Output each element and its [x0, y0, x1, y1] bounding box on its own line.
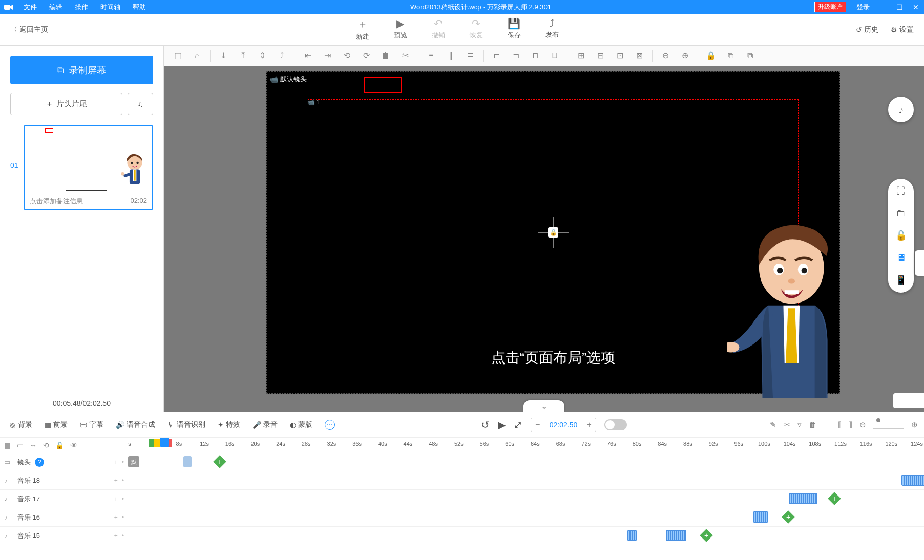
canvas-tool-10[interactable]: ⟲ — [338, 47, 355, 64]
tl-ctrl-4[interactable]: 🔒 — [55, 441, 64, 449]
canvas-tool-24[interactable]: ⊞ — [572, 47, 590, 64]
canvas-tool-8[interactable]: ⇤ — [299, 47, 317, 64]
track-head[interactable]: ▭镜头?+• — [0, 453, 128, 471]
canvas-tool-16[interactable]: ‖ — [442, 47, 459, 64]
track-lane[interactable]: 默 — [128, 453, 924, 471]
track-head[interactable]: ♪音乐 15+• — [0, 527, 128, 545]
canvas-tool-27[interactable]: ⊠ — [631, 47, 648, 64]
add-keyframe-marker[interactable] — [782, 510, 794, 523]
new-button[interactable]: ＋新建 — [356, 17, 369, 41]
menu-操作[interactable]: 操作 — [69, 3, 94, 12]
canvas-tool-4[interactable]: ⤒ — [234, 47, 251, 64]
canvas-tool-30[interactable]: ⊕ — [676, 47, 694, 64]
presenter-character[interactable] — [727, 224, 845, 398]
toggle-switch[interactable] — [604, 419, 627, 430]
clip[interactable] — [183, 456, 192, 467]
aspect-ratio-button[interactable]: 🖥 — [893, 393, 924, 408]
track-dot[interactable]: • — [122, 477, 124, 484]
play-button[interactable]: ▶ — [498, 419, 506, 431]
add-keyframe-marker[interactable] — [700, 529, 712, 542]
scene-note[interactable]: 点击添加备注信息 — [30, 197, 83, 206]
bracket-right-icon[interactable]: ⟧ — [849, 420, 852, 429]
tl-ctrl-5[interactable]: 👁 — [70, 441, 77, 449]
clip[interactable] — [666, 530, 686, 541]
tl-ctrl-3[interactable]: ⟲ — [43, 441, 49, 449]
minus-button[interactable]: − — [531, 420, 544, 429]
clip[interactable] — [901, 475, 924, 486]
canvas-tool-17[interactable]: ≣ — [461, 47, 479, 64]
selection-box[interactable] — [364, 77, 402, 93]
track-dot[interactable]: • — [122, 459, 124, 466]
track-head[interactable]: ♪音乐 18+• — [0, 471, 128, 489]
add-keyframe-marker[interactable] — [213, 455, 226, 468]
canvas-tool-21[interactable]: ⊓ — [527, 47, 544, 64]
track-dot[interactable]: • — [122, 514, 124, 521]
canvas-tool-22[interactable]: ⊔ — [546, 47, 563, 64]
canvas-tool-33[interactable]: ⧉ — [722, 47, 739, 64]
track-head[interactable]: ♪音乐 17+• — [0, 490, 128, 508]
clip[interactable] — [753, 511, 768, 523]
canvas-tool-0[interactable]: ◫ — [169, 47, 186, 64]
canvas-stage[interactable]: 📹默认镜头 📹1 🔒 点击“页面布局”选项 — [266, 71, 840, 394]
track-lane[interactable] — [128, 471, 924, 489]
panel-tab-特效[interactable]: ✦特效 — [215, 418, 243, 432]
clip[interactable]: 默 — [128, 456, 139, 467]
record-screen-button[interactable]: ⧉ 录制屏幕 — [10, 56, 153, 84]
canvas-tool-20[interactable]: ⊐ — [507, 47, 524, 64]
zoom-slider[interactable] — [873, 420, 904, 429]
back-home-button[interactable]: 〈 返回主页 — [0, 25, 58, 34]
canvas-tool-9[interactable]: ⇥ — [319, 47, 336, 64]
menu-帮助[interactable]: 帮助 — [127, 3, 152, 12]
track-plus[interactable]: + — [114, 532, 118, 540]
upgrade-button[interactable]: 升级账户 — [809, 0, 851, 14]
playhead[interactable] — [160, 438, 169, 453]
filter-icon[interactable]: ▿ — [797, 420, 802, 429]
canvas-tool-6[interactable]: ⤴ — [273, 47, 290, 64]
rewind-button[interactable]: ↺ — [481, 419, 490, 431]
publish-button[interactable]: ⤴发布 — [545, 17, 559, 41]
track-lane[interactable] — [128, 508, 924, 526]
redo-button[interactable]: ↷恢复 — [470, 17, 483, 41]
delete-icon[interactable]: 🗑 — [809, 420, 816, 429]
mobile-view-icon[interactable]: 📱 — [895, 274, 907, 286]
login-button[interactable]: 登录 — [851, 0, 875, 14]
add-keyframe-marker[interactable] — [828, 492, 841, 505]
canvas-tool-1[interactable]: ⌂ — [188, 47, 206, 64]
music-lib-button[interactable]: ♫ — [128, 93, 153, 115]
fullscreen-icon[interactable]: ⛶ — [896, 186, 906, 197]
panel-tab-前景[interactable]: ▦前景 — [41, 418, 71, 432]
clip[interactable] — [789, 493, 817, 504]
history-button[interactable]: ↺历史 — [856, 25, 878, 34]
track-plus[interactable]: + — [114, 514, 118, 521]
panel-tab-more[interactable]: ⋯ — [322, 418, 338, 432]
canvas-tool-11[interactable]: ⟳ — [358, 47, 375, 64]
zoom-out-icon[interactable]: ⊖ — [859, 420, 866, 429]
panel-tab-录音[interactable]: 🎤录音 — [249, 418, 281, 432]
track-plus[interactable]: + — [114, 459, 118, 466]
menu-编辑[interactable]: 编辑 — [43, 3, 69, 12]
layers-icon[interactable]: 🗀 — [896, 208, 906, 219]
canvas-tool-29[interactable]: ⊖ — [657, 47, 674, 64]
panel-tab-字幕[interactable]: ㈠字幕 — [77, 418, 107, 432]
tl-ctrl-0[interactable]: ▦ — [4, 441, 11, 449]
canvas-tool-12[interactable]: 🗑 — [377, 47, 394, 64]
menu-文件[interactable]: 文件 — [17, 3, 43, 12]
canvas-tool-19[interactable]: ⊏ — [488, 47, 505, 64]
collapse-panel-button[interactable]: ⌄ — [523, 400, 564, 412]
canvas-tool-13[interactable]: ✂ — [396, 47, 414, 64]
save-button[interactable]: 💾保存 — [508, 17, 521, 41]
canvas-tool-15[interactable]: ≡ — [423, 47, 440, 64]
track-dot[interactable]: • — [122, 496, 124, 503]
canvas-tool-5[interactable]: ⇕ — [254, 47, 271, 64]
clip[interactable] — [627, 530, 637, 541]
track-plus[interactable]: + — [114, 477, 118, 484]
canvas-tool-25[interactable]: ⊟ — [592, 47, 609, 64]
cut-icon[interactable]: ✂ — [784, 420, 790, 429]
track-plus[interactable]: + — [114, 496, 118, 503]
track-lane[interactable] — [128, 490, 924, 508]
settings-button[interactable]: ⚙设置 — [891, 25, 914, 34]
panel-tab-背景[interactable]: ▨背景 — [6, 418, 35, 432]
undo-button[interactable]: ↶撤销 — [432, 17, 445, 41]
minimize-button[interactable]: — — [875, 0, 891, 14]
panel-tab-蒙版[interactable]: ◐蒙版 — [287, 418, 316, 432]
